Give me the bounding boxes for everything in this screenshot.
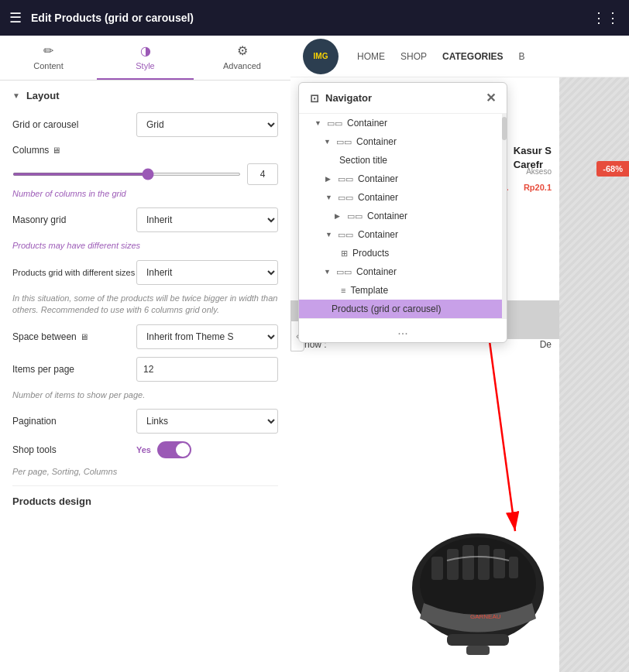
tab-style-label: Style bbox=[136, 61, 154, 70]
top-bar: ☰ Edit Products (grid or carousel) ⋮⋮ bbox=[0, 0, 629, 36]
advanced-icon: ⚙ bbox=[237, 43, 248, 58]
tab-content[interactable]: ✏ Content bbox=[0, 36, 97, 80]
main-content: ✏ Content ◑ Style ⚙ Advanced ▼ Layout Gr… bbox=[0, 36, 629, 672]
monitor-icon: 🖥 bbox=[52, 146, 60, 155]
navigator-icon: ⊡ bbox=[310, 92, 319, 105]
columns-hint: Number of columns in the grid bbox=[12, 188, 278, 200]
nav-item-section-title[interactable]: Section title bbox=[299, 151, 507, 170]
navigator-tree: ▼ ▭▭ Container ▼ ▭▭ Container Sect bbox=[299, 114, 507, 318]
arrow-right-icon2: ▶ bbox=[335, 212, 342, 220]
grid-carousel-select[interactable]: Grid Carousel bbox=[136, 112, 278, 137]
pagination-select[interactable]: Links Load More Infinite Scroll bbox=[136, 409, 278, 434]
products-grid-hint: In this situation, some of the products … bbox=[12, 293, 278, 317]
nav-home[interactable]: HOME bbox=[357, 51, 385, 62]
nav-categories[interactable]: CATEGORIES bbox=[442, 51, 503, 62]
item-label2: Container bbox=[356, 136, 397, 147]
items-per-page-input[interactable] bbox=[136, 357, 278, 382]
item-label-products-grid: Products (grid or carousel) bbox=[332, 303, 441, 314]
tab-advanced[interactable]: ⚙ Advanced bbox=[194, 36, 290, 80]
logo-text: IMG bbox=[314, 52, 328, 60]
shop-tools-hint: Per page, Sorting, Columns bbox=[12, 466, 278, 478]
nav-item-container4[interactable]: ▼ ▭▭ Container bbox=[299, 188, 507, 207]
layout-label: Layout bbox=[26, 90, 60, 101]
shop-tools-toggle-container: Yes bbox=[136, 441, 191, 458]
container-icon4: ▭▭ bbox=[338, 193, 353, 203]
content-icon: ✏ bbox=[43, 43, 53, 58]
products-grid-row: Products grid with different sizes Inher… bbox=[12, 260, 278, 285]
container-icon: ▭▭ bbox=[327, 118, 342, 129]
svg-rect-3 bbox=[447, 549, 459, 580]
nav-item-container5[interactable]: ▶ ▭▭ Container bbox=[299, 207, 507, 225]
navigator-title: Navigator bbox=[325, 92, 372, 104]
items-per-page-hint: Number of items to show per page. bbox=[12, 389, 278, 401]
navigator-modal: ⊡ Navigator ✕ ▼ ▭▭ Container bbox=[298, 82, 507, 343]
item-label3: Container bbox=[358, 173, 398, 184]
grid-icon[interactable]: ⋮⋮ bbox=[592, 9, 620, 26]
arrow-right-icon: ▶ bbox=[325, 175, 333, 183]
arrow-down-icon5: ▼ bbox=[324, 268, 332, 276]
products-grid-select[interactable]: Inherit Yes No bbox=[136, 260, 278, 285]
nav-item-products[interactable]: ⊞ Products bbox=[299, 244, 507, 262]
panel-content: ▼ Layout Grid or carousel Grid Carousel … bbox=[0, 81, 290, 672]
navigator-footer[interactable]: ... bbox=[299, 318, 507, 342]
navigator-header: ⊡ Navigator ✕ bbox=[299, 83, 507, 114]
item-label6: Container bbox=[358, 229, 398, 240]
item-label5: Container bbox=[367, 211, 407, 221]
helmet-svg: GARNEAU bbox=[400, 518, 555, 661]
footer-dots: ... bbox=[397, 324, 407, 337]
nav-item-container6[interactable]: ▼ ▭▭ Container bbox=[299, 225, 507, 244]
columns-slider[interactable] bbox=[12, 173, 241, 176]
space-between-select[interactable]: Inherit from Theme S Small Medium Large bbox=[136, 324, 278, 349]
products-design-label: Products design bbox=[12, 495, 278, 507]
nav-item-container3[interactable]: ▶ ▭▭ Container bbox=[299, 170, 507, 188]
sale-badge: -68% bbox=[596, 161, 629, 177]
pagination-row: Pagination Links Load More Infinite Scro… bbox=[12, 409, 278, 434]
nav-item-container2[interactable]: ▼ ▭▭ Container bbox=[299, 132, 507, 151]
nav-item-template[interactable]: ≡ Template bbox=[299, 281, 507, 300]
right-panel: IMG HOME SHOP CATEGORIES B Kasur SCarefr… bbox=[290, 36, 629, 672]
nav-item-container1[interactable]: ▼ ▭▭ Container bbox=[299, 114, 507, 132]
masonry-hint: Products may have different sizes bbox=[12, 240, 278, 252]
container-icon7: ▭▭ bbox=[336, 267, 352, 277]
nav-shop[interactable]: SHOP bbox=[400, 51, 427, 62]
container-icon5: ▭▭ bbox=[347, 211, 363, 221]
site-logo: IMG bbox=[303, 39, 339, 74]
svg-text:GARNEAU: GARNEAU bbox=[470, 613, 501, 620]
item-label7: Container bbox=[356, 266, 397, 277]
tab-advanced-label: Advanced bbox=[223, 61, 261, 70]
nav-item-products-grid[interactable]: Products (grid or carousel) bbox=[299, 300, 507, 318]
hamburger-icon[interactable]: ☰ bbox=[9, 9, 22, 26]
toggle-yes-label: Yes bbox=[136, 445, 151, 454]
scrollbar-thumb[interactable] bbox=[502, 117, 507, 140]
container-icon2: ▭▭ bbox=[336, 137, 352, 147]
style-icon: ◑ bbox=[140, 43, 151, 58]
masonry-row: Masonry grid Inherit Yes No bbox=[12, 207, 278, 232]
item-label-products: Products bbox=[352, 248, 389, 259]
nav-item-container7[interactable]: ▼ ▭▭ Container bbox=[299, 262, 507, 281]
pagination-label: Pagination bbox=[12, 416, 136, 427]
shop-tools-row: Shop tools Yes bbox=[12, 441, 278, 458]
masonry-select[interactable]: Inherit Yes No bbox=[136, 207, 278, 232]
tab-style[interactable]: ◑ Style bbox=[97, 36, 194, 80]
left-panel: ✏ Content ◑ Style ⚙ Advanced ▼ Layout Gr… bbox=[0, 36, 290, 672]
grid-carousel-row: Grid or carousel Grid Carousel bbox=[12, 112, 278, 137]
toggle-slider bbox=[157, 441, 191, 458]
columns-row: Columns 🖥 bbox=[12, 145, 278, 156]
layout-section[interactable]: ▼ Layout bbox=[12, 90, 278, 101]
shop-tools-toggle[interactable] bbox=[157, 441, 191, 458]
page-title: Edit Products (grid or carousel) bbox=[31, 12, 583, 24]
divider bbox=[12, 485, 278, 486]
svg-rect-10 bbox=[466, 646, 490, 655]
item-label: Container bbox=[347, 118, 387, 129]
template-icon: ≡ bbox=[341, 286, 345, 295]
shop-tools-label: Shop tools bbox=[12, 444, 136, 455]
columns-value: 4 bbox=[247, 163, 278, 185]
space-between-label: Space between 🖥 bbox=[12, 331, 136, 342]
nav-b[interactable]: B bbox=[518, 51, 524, 62]
navigator-scroll-container: ▼ ▭▭ Container ▼ ▭▭ Container Sect bbox=[299, 114, 507, 318]
navigator-close-button[interactable]: ✕ bbox=[486, 91, 496, 105]
container-icon3: ▭▭ bbox=[338, 174, 353, 184]
products-grid-label: Products grid with different sizes bbox=[12, 268, 136, 277]
arrow-down-icon: ▼ bbox=[314, 119, 322, 127]
space-between-row: Space between 🖥 Inherit from Theme S Sma… bbox=[12, 324, 278, 349]
